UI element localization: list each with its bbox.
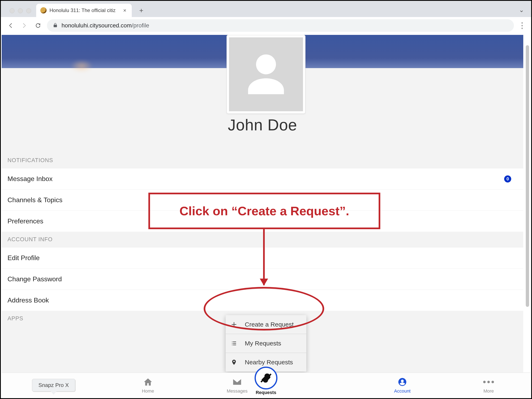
nav-label: Account xyxy=(394,388,411,394)
vertical-scrollbar[interactable] xyxy=(526,45,529,307)
row-label: Message Inbox xyxy=(7,175,53,183)
browser-chrome: Honolulu 311: The official citiz × + ⌄ h… xyxy=(1,1,531,34)
home-icon xyxy=(143,376,153,387)
window-traffic-lights xyxy=(5,8,36,17)
snapz-label: Snapz Pro X xyxy=(38,382,69,388)
section-account-info-label: ACCOUNT INFO xyxy=(2,232,523,247)
annotation-ellipse xyxy=(204,287,324,331)
url-host: honoluluhi.citysourced.com xyxy=(62,22,132,29)
minimize-window-dot[interactable] xyxy=(18,8,23,13)
section-notifications-label: NOTIFICATIONS xyxy=(2,153,523,168)
popover-label: Nearby Requests xyxy=(245,359,293,366)
arrow-left-icon xyxy=(7,22,14,29)
row-edit-profile[interactable]: Edit Profile xyxy=(2,247,523,268)
nav-label: More xyxy=(483,388,494,394)
close-window-dot[interactable] xyxy=(10,8,14,13)
row-message-inbox[interactable]: Message Inbox 0 xyxy=(2,168,523,189)
browser-toolbar: honoluluhi.citysourced.com/profile xyxy=(1,17,531,34)
reload-button[interactable] xyxy=(33,21,43,30)
row-label: Edit Profile xyxy=(7,254,40,262)
close-tab-icon[interactable]: × xyxy=(122,7,128,14)
tools-icon xyxy=(260,372,272,384)
lock-icon xyxy=(53,23,58,28)
popover-my-requests[interactable]: My Requests xyxy=(226,334,306,353)
profile-display-name: John Doe xyxy=(2,116,523,134)
envelope-icon xyxy=(232,376,242,387)
row-label: Preferences xyxy=(7,217,44,225)
annotation-arrow xyxy=(263,229,265,285)
page-viewport: John Doe NOTIFICATIONS Message Inbox 0 C… xyxy=(2,35,530,397)
reload-icon xyxy=(35,22,41,29)
list-icon xyxy=(230,340,238,346)
location-pin-icon xyxy=(230,359,238,365)
avatar-placeholder xyxy=(229,37,303,111)
nav-label: Messages xyxy=(227,388,247,394)
forward-button[interactable] xyxy=(19,21,29,30)
nav-label: Home xyxy=(142,388,154,394)
nav-home[interactable]: Home xyxy=(142,376,154,394)
row-label: Change Password xyxy=(7,275,62,283)
browser-menu-button[interactable] xyxy=(518,22,526,29)
tab-title: Honolulu 311: The official citiz xyxy=(50,7,119,13)
annotation-callout-box: Click on “Create a Request”. xyxy=(148,193,380,229)
inbox-unread-badge: 0 xyxy=(504,175,511,183)
url-path: /profile xyxy=(132,22,149,29)
address-bar[interactable]: honoluluhi.citysourced.com/profile xyxy=(47,19,514,32)
favicon-icon xyxy=(40,7,47,13)
row-label: Address Book xyxy=(7,296,49,304)
account-circle-icon xyxy=(398,376,407,387)
nav-requests-button[interactable] xyxy=(254,367,278,389)
browser-tab[interactable]: Honolulu 311: The official citiz × xyxy=(36,4,132,17)
snapz-pro-tooltip[interactable]: Snapz Pro X xyxy=(32,379,75,392)
bottom-nav-left: Snapz Pro X xyxy=(2,373,106,397)
cover-flare xyxy=(70,60,93,72)
nav-messages[interactable]: Messages xyxy=(227,376,247,394)
tab-strip: Honolulu 311: The official citiz × + xyxy=(1,1,531,17)
person-icon xyxy=(242,50,290,98)
chevron-down-icon[interactable]: ⌄ xyxy=(519,6,524,13)
back-button[interactable] xyxy=(6,21,15,30)
annotation-text: Click on “Create a Request”. xyxy=(180,204,349,218)
popover-label: My Requests xyxy=(245,340,281,347)
avatar[interactable] xyxy=(227,35,305,114)
arrow-right-icon xyxy=(21,22,28,29)
nav-more[interactable]: More xyxy=(483,376,494,394)
row-label: Channels & Topics xyxy=(7,196,62,204)
more-dots-icon xyxy=(483,376,494,387)
new-tab-button[interactable]: + xyxy=(135,5,147,16)
nav-account[interactable]: Account xyxy=(394,376,411,394)
bottom-nav: Snapz Pro X Home Messages . xyxy=(2,372,530,397)
nav-requests-label: Requests xyxy=(256,390,276,395)
url-text: honoluluhi.citysourced.com/profile xyxy=(62,22,149,29)
bottom-nav-items: Home Messages . Account M xyxy=(106,373,530,397)
maximize-window-dot[interactable] xyxy=(26,8,31,13)
